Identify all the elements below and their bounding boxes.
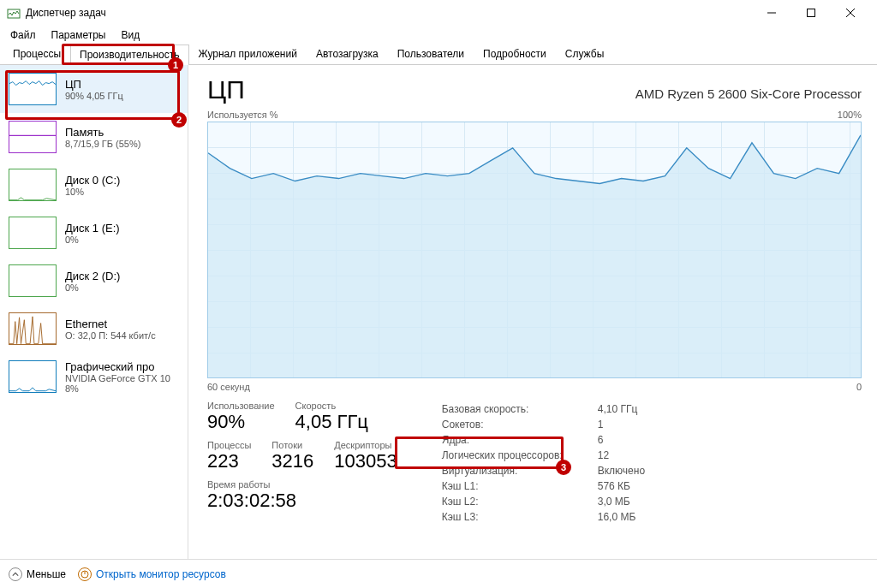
- sidebar-item-disk0[interactable]: Диск 0 (C:) 10%: [0, 161, 188, 209]
- tab-apphistory[interactable]: Журнал приложений: [189, 44, 307, 64]
- sidebar-disk2-title: Диск 2 (D:): [65, 270, 120, 282]
- sidebar-item-disk1[interactable]: Диск 1 (E:) 0%: [0, 209, 188, 257]
- disk0-thumb: [9, 169, 57, 201]
- tab-users[interactable]: Пользователи: [388, 44, 474, 64]
- usage-value: 90%: [207, 411, 275, 433]
- cpu-thumb: [9, 73, 57, 105]
- l3-value: 16,0 МБ: [598, 510, 645, 524]
- sidebar-item-ethernet[interactable]: Ethernet О: 32,0 П: 544 кбит/с: [0, 305, 188, 353]
- menu-view[interactable]: Вид: [114, 27, 146, 43]
- sidebar-item-memory[interactable]: Память 8,7/15,9 ГБ (55%): [0, 113, 188, 161]
- threads-value: 3216: [271, 450, 313, 472]
- eth-thumb: [9, 312, 57, 345]
- virt-value: Включено: [598, 464, 645, 478]
- chart-label-br: 0: [856, 382, 862, 392]
- sidebar-cpu-sub: 90% 4,05 ГГц: [65, 91, 123, 101]
- sockets-label: Сокетов:: [442, 418, 596, 431]
- tab-services[interactable]: Службы: [556, 44, 613, 64]
- logical-value: 12: [598, 448, 645, 462]
- minimize-button[interactable]: [752, 0, 791, 26]
- disk2-thumb: [9, 264, 57, 297]
- open-resmon-link[interactable]: Открыть монитор ресурсов: [78, 567, 226, 581]
- chart-label-tr: 100%: [838, 110, 862, 120]
- sockets-value: 1: [598, 418, 645, 431]
- l2-value: 3,0 МБ: [598, 495, 645, 508]
- cpu-spec-table: Базовая скорость:4,10 ГГц Сокетов:1 Ядра…: [440, 401, 647, 526]
- sidebar-gpu-sub2: 8%: [65, 383, 170, 394]
- l1-label: Кэш L1:: [442, 479, 596, 493]
- main-pane: ЦП AMD Ryzen 5 2600 Six-Core Processor И…: [188, 65, 877, 559]
- cpu-model: AMD Ryzen 5 2600 Six-Core Processor: [635, 86, 862, 101]
- sidebar-disk0-title: Диск 0 (C:): [65, 174, 120, 187]
- sidebar-disk0-sub: 10%: [65, 187, 120, 197]
- usage-label: Использование: [207, 401, 275, 411]
- close-button[interactable]: [831, 0, 870, 26]
- content: ЦП 90% 4,05 ГГц Память 8,7/15,9 ГБ (55%)…: [0, 65, 877, 559]
- sidebar-disk2-sub: 0%: [65, 282, 120, 293]
- chart-label-bl: 60 секунд: [207, 382, 250, 392]
- handles-value: 103053: [334, 450, 397, 472]
- fewer-details-button[interactable]: Меньше: [9, 567, 66, 581]
- threads-label: Потоки: [271, 440, 313, 450]
- svg-rect-2: [808, 9, 815, 17]
- page-title: ЦП: [207, 75, 245, 104]
- sidebar-eth-sub: О: 32,0 П: 544 кбит/с: [65, 330, 156, 341]
- cpu-chart[interactable]: [207, 122, 862, 378]
- sidebar-disk1-title: Диск 1 (E:): [65, 222, 120, 235]
- tab-startup[interactable]: Автозагрузка: [307, 44, 388, 64]
- procs-label: Процессы: [207, 440, 251, 450]
- sidebar-eth-title: Ethernet: [65, 318, 156, 330]
- uptime-value: 2:03:02:58: [207, 490, 397, 512]
- memory-thumb: [9, 121, 57, 153]
- sidebar-disk1-sub: 0%: [65, 235, 120, 245]
- tabbar: Процессы Производительность Журнал прило…: [0, 45, 877, 65]
- open-resmon-label: Открыть монитор ресурсов: [96, 568, 226, 580]
- virt-label: Виртуализация:: [442, 464, 596, 478]
- menu-params[interactable]: Параметры: [45, 27, 113, 43]
- stats: Использование 90% Скорость 4,05 ГГц Проц…: [207, 401, 862, 526]
- app-icon: [7, 6, 21, 20]
- sidebar: ЦП 90% 4,05 ГГц Память 8,7/15,9 ГБ (55%)…: [0, 65, 188, 559]
- titlebar: Диспетчер задач: [0, 0, 877, 26]
- handles-label: Дескрипторы: [334, 440, 397, 450]
- sidebar-item-cpu[interactable]: ЦП 90% 4,05 ГГц: [0, 65, 188, 113]
- uptime-label: Время работы: [207, 479, 397, 490]
- resmon-icon: [78, 567, 92, 581]
- window-title: Диспетчер задач: [26, 7, 752, 19]
- menu-file[interactable]: Файл: [3, 27, 43, 43]
- fewer-details-label: Меньше: [27, 568, 66, 580]
- sidebar-item-gpu[interactable]: Графический про NVIDIA GeForce GTX 10 8%: [0, 353, 188, 401]
- sidebar-mem-title: Память: [65, 126, 140, 139]
- chart-label-tl: Используется %: [207, 110, 278, 120]
- footer: Меньше Открыть монитор ресурсов: [0, 559, 877, 588]
- speed-value: 4,05 ГГц: [295, 411, 368, 433]
- tab-processes[interactable]: Процессы: [3, 44, 70, 64]
- base-speed-value: 4,10 ГГц: [598, 402, 645, 416]
- chevron-up-icon: [9, 567, 22, 581]
- disk1-thumb: [9, 217, 57, 249]
- l3-label: Кэш L3:: [442, 510, 596, 524]
- sidebar-gpu-sub: NVIDIA GeForce GTX 10: [65, 373, 170, 383]
- tab-performance[interactable]: Производительность: [70, 45, 188, 65]
- tab-details[interactable]: Подробности: [474, 44, 556, 64]
- window-buttons: [752, 0, 870, 26]
- l2-label: Кэш L2:: [442, 495, 596, 508]
- sidebar-mem-sub: 8,7/15,9 ГБ (55%): [65, 139, 140, 149]
- maximize-button[interactable]: [791, 0, 831, 26]
- procs-value: 223: [207, 450, 251, 472]
- gpu-thumb: [9, 360, 57, 393]
- speed-label: Скорость: [295, 401, 368, 411]
- logical-label: Логических процессоров:: [442, 448, 596, 462]
- sidebar-cpu-title: ЦП: [65, 78, 123, 91]
- sidebar-item-disk2[interactable]: Диск 2 (D:) 0%: [0, 257, 188, 305]
- sidebar-gpu-title: Графический про: [65, 360, 170, 373]
- base-speed-label: Базовая скорость:: [442, 402, 596, 416]
- cores-value: 6: [598, 433, 645, 447]
- cores-label: Ядра:: [442, 433, 596, 447]
- menubar: Файл Параметры Вид: [0, 26, 877, 45]
- l1-value: 576 КБ: [598, 479, 645, 493]
